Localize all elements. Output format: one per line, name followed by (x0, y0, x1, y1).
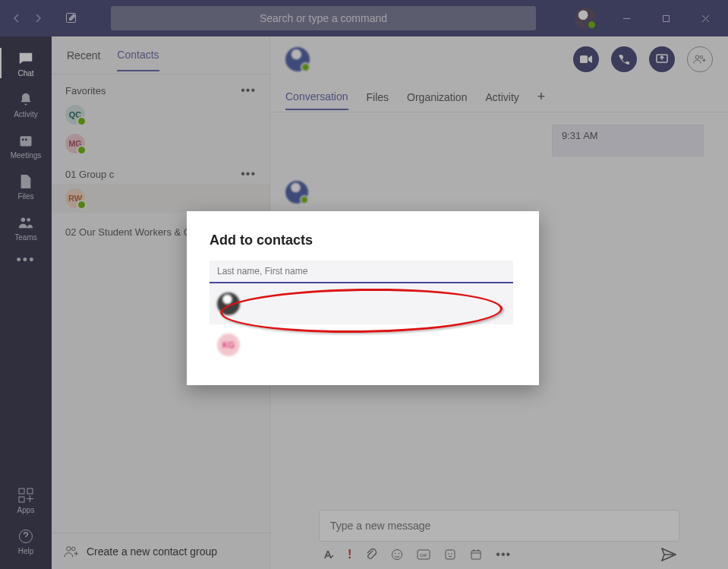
modal-title: Add to contacts (210, 232, 516, 248)
result-avatar (217, 292, 240, 315)
contact-search-input[interactable] (210, 261, 513, 283)
result-avatar: KG (217, 333, 240, 356)
search-result[interactable]: KG (210, 324, 513, 365)
search-result[interactable] (210, 283, 513, 324)
add-contacts-modal: Add to contacts KG (187, 211, 539, 385)
